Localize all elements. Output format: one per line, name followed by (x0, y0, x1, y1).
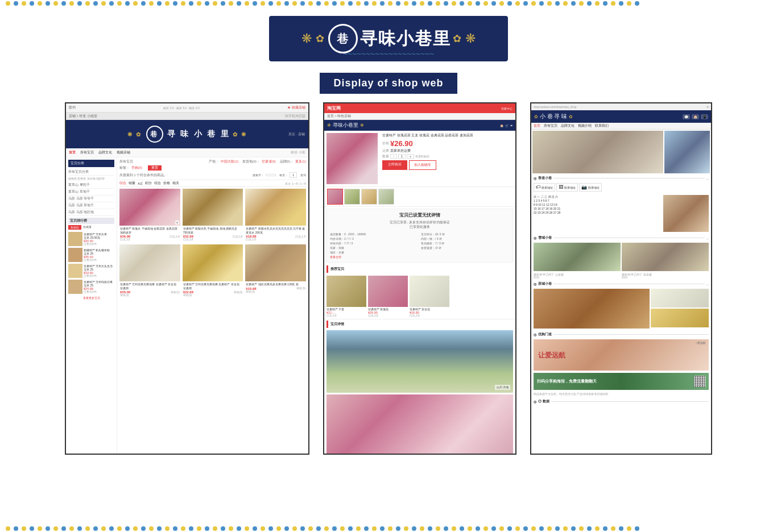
sc3-bird-img (534, 243, 621, 271)
sc2-cart-btn[interactable]: 加入购物车 (409, 160, 436, 170)
sc3-icon-home2[interactable]: 🏠 (692, 114, 699, 119)
sc3-section-2-text: 雪域小巷 (538, 235, 552, 240)
sc1-go[interactable]: 查询 (300, 173, 306, 177)
sc2-icon-fav[interactable]: ❤ (510, 124, 513, 127)
sc1-filter-more[interactable]: 更多(1) (295, 160, 306, 164)
sc2-thumb-3[interactable] (361, 189, 377, 205)
sc3-calendar-area: 日 一 二 三 四 五 六 1 2 3 4 5 6 7 8 9 10 11 12… (531, 194, 711, 233)
sc1-filter-row: 所有宝贝 产地： 中国大陆(1) 发货地(0)： 甘肃省(0) 品牌(0)： 更… (119, 160, 306, 164)
leaf-right: ✿ (453, 32, 461, 45)
sc3-divider-4 (553, 334, 709, 335)
sc1-sort-time[interactable]: 相关 (172, 181, 179, 185)
sc1-reset-btn[interactable]: 重置 (148, 165, 162, 171)
sc3-divider-5 (551, 401, 709, 402)
sc1-filter-china[interactable]: 中国大陆(1) (221, 160, 238, 164)
sc1-product-5: 甘肃特产 万州充乘无乘泡乘 甘肃特产 百合花 甘肃用 ¥22.68 评价(3) … (183, 244, 243, 298)
sc2-thumb-2[interactable] (344, 189, 360, 205)
sc3-nav-brand[interactable]: 品牌文化 (561, 124, 575, 128)
sc1-cat-1[interactable]: 黄草山 摩托千 (68, 182, 114, 189)
sc3-nav-icon-2[interactable]: 🖼 联系地址 (556, 183, 578, 192)
sc1-tab-fav[interactable]: 收藏量 (83, 225, 92, 230)
sc1-more-products[interactable]: 查看更多宝贝 (68, 296, 114, 300)
sc2-rec-sold-3: 己出入8 (410, 314, 449, 317)
sc1-cat-3[interactable]: 乌苏 乌苏 等等千 (68, 196, 114, 202)
sc2-qty-plus[interactable]: + (407, 154, 414, 159)
sc1-sort-default[interactable]: 综合 (119, 181, 126, 185)
sc3-icon-phone[interactable]: 📱 (701, 114, 708, 119)
sc2-breadcrumb: 首页 > 特色店铺 (324, 113, 515, 120)
sc1-shop-name: ❋ ✿ 巷 寻 味 小 巷 里 ✿ ❋ (127, 126, 247, 143)
sc1-sort-rating[interactable]: 价格 (163, 181, 170, 185)
sc1-product-2-img (183, 189, 243, 226)
sc2-thumb-1[interactable] (327, 189, 343, 205)
sc3-header-icons: 💬 🏠 📱 (683, 114, 708, 119)
sc1-page-info: 页次 1—8 / 1—8 (285, 182, 306, 185)
sc1-cat-4[interactable]: 乌苏 乌苏 草地千 (68, 202, 114, 209)
sc1-product-6-price: ¥15.68 (246, 287, 256, 290)
sc3-nav-icon-1[interactable]: 🏷 联系地址 (534, 183, 555, 192)
sc1-sort-sales[interactable]: 销量 (129, 181, 135, 185)
sc3-nav-contact[interactable]: 联系我们 (595, 124, 609, 128)
sc3-shop-logo-area: ✿ 小 巷 寻 味 ✿ (534, 113, 573, 120)
sc1-nav-home[interactable]: 首页 (69, 150, 76, 155)
sc1-sort-review[interactable]: 综合 (154, 181, 161, 185)
sc2-icon-home[interactable]: 🏠 (500, 124, 503, 127)
sc1-product-1-shop: 己出入8 (120, 238, 180, 241)
sc2-see-all[interactable]: 查看全部 (330, 255, 419, 259)
sc1-product-6-img-inner (245, 244, 306, 281)
sc2-buy-btn[interactable]: 立即购买 (382, 160, 407, 170)
screenshot-shop-decor: shop.taobao.com/shop/view_shop ⚙ ✿ 小 巷 寻… (530, 102, 712, 455)
sc1-filter-all[interactable]: 甘肃省(0) (262, 160, 276, 164)
sc3-section-1-more[interactable]: ... (706, 177, 709, 180)
sc1-content: 图书 购买 5.0 · 服务 5.0 · 物流 5.0 ★ 收藏店铺 店铺 > … (66, 103, 308, 454)
sc2-shop-name-area: ❋ 寻味小巷里 ❋ (327, 122, 364, 129)
sc3-icon-contact[interactable]: 💬 (683, 114, 690, 119)
sc1-product-3-img (245, 189, 306, 226)
sc1-tag-hot[interactable]: 手购(0) (131, 166, 142, 170)
sc1-rank-4-info: 甘肃特产 万州玛依日果玉米 25 ¥24.68 已售出0件 (84, 280, 113, 293)
sc2-thumb-4[interactable] (378, 189, 394, 205)
sc3-section-2-more[interactable]: ... (706, 236, 709, 240)
sc2-content: 淘宝网 买家中心 首页 > 特色店铺 ❋ 寻味小巷里 ❋ 🏠 🛒 (324, 103, 515, 454)
sc3-nav-all[interactable]: 所有宝贝 (544, 124, 557, 128)
sc1-search-field[interactable] (266, 174, 276, 176)
sc2-rec-items: 甘肃特产 干货 ¥12.... 己出入8 甘肃特产 玫瑰花 ¥26.90 己出入… (324, 274, 515, 320)
sc1-product-6-name: 甘肃特产 地区充乘充多充乘充乘 130克 装 (246, 282, 305, 286)
sc1-nav-all[interactable]: 所有宝贝 (80, 150, 94, 155)
sc1-all-items[interactable]: 所有宝贝分类 (68, 169, 114, 176)
sc1-product-4-img (119, 244, 180, 281)
shop-logo-banner: ❋ ✿ 巷 寻 味 小 巷 里 ✿ ❋ 〜〜〜〜〜〜〜〜〜〜〜〜〜〜〜〜〜〜〜〜 (269, 16, 508, 61)
sc1-cat-2[interactable]: 黄草山 草地千 (68, 189, 114, 196)
sc3-section-3-more[interactable]: ... (706, 282, 709, 286)
sc1-per-page-field[interactable]: 1 (290, 172, 297, 178)
sc1-nav-video[interactable]: 视频店铺 (117, 150, 130, 155)
sc1-product-3-shop: 己出入8 (246, 238, 305, 241)
sc1-nav-brand[interactable]: 品牌文化 (98, 150, 112, 155)
sc2-icon-cart[interactable]: 🛒 (505, 124, 509, 127)
sc1-product-6-shop: 评价(3) (246, 290, 305, 293)
sc1-filter-row-3: 共搜索到 1 个符合条件的商品。 搜索字： 每页： 1 查询 (119, 172, 306, 178)
sc1-product-2-img-inner (183, 189, 243, 226)
sc3-nav-video[interactable]: 视频介绍 (578, 124, 592, 128)
sc1-product-5-sales: 评价(3) (234, 291, 243, 294)
sc1-cat-5[interactable]: 乌苏 乌苏 地区地 (68, 209, 114, 216)
sc1-sort-credit[interactable]: 积分 (145, 181, 152, 185)
sc1-rank-4-img (68, 280, 82, 294)
sc2-qty-label: 数量 (382, 155, 389, 159)
sc1-tab-hot[interactable]: 热销款 (68, 225, 81, 230)
sc3-section-2-icon: ◎ (534, 236, 536, 240)
sc1-filter-row-2: 标签： 手购(0) 重置 (119, 165, 306, 171)
sc3-calendar-img (532, 131, 663, 173)
sc1-browser-bar: 图书 购买 5.0 · 服务 5.0 · 物流 5.0 ★ 收藏店铺 (66, 103, 308, 113)
sc3-nav-home[interactable]: 首页 (534, 124, 540, 128)
sc1-product-6-info: 甘肃特产 地区充乘充多充乘充乘 130克 装 ¥15.68 评价(3) 评价(3… (245, 281, 306, 294)
snowflake-right: ❋ (465, 31, 476, 46)
sc3-nav-icon-3[interactable]: 📷 联系地址 (579, 183, 602, 192)
sc3-qr-ad-text: 扫码分享购海报，免费流量翻翻天 (537, 379, 597, 384)
sc2-qty-minus[interactable]: - (390, 154, 397, 159)
sc1-product-2: 甘肃特产 刺梨水乳 千城高地 高地 酒精充足 750克装 ¥32.88 己出入8… (183, 189, 243, 242)
sc2-stats-col-2: 宝贝评分：/共 5 评 内容一致：/ 3 评 售后服务：7 / 3 评 发货速度… (421, 232, 510, 259)
sc1-sort-price[interactable]: A/Z (138, 182, 143, 185)
sc2-rec-item-1: 甘肃特产 干货 ¥12.... 己出入8 (326, 276, 366, 318)
sc2-rec-item-2: 甘肃特产 玫瑰花 ¥26.90 己出入8 (368, 276, 408, 318)
